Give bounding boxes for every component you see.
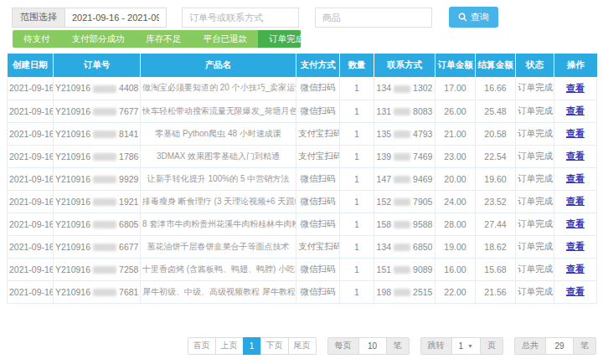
col-create-date: 创建日期 [8,54,54,77]
cell-status: 订单完成 [516,77,554,100]
cell-settlement-amount: 16.66 [476,77,516,100]
next-page-button[interactable]: 下页 [260,337,289,355]
masked-order-digits [93,85,116,93]
cell-quantity: 1 [340,122,374,145]
order-table: 创建日期 订单号 产品名 支付方式 数量 联系方式 订单金额 结算金额 状态 操… [7,54,597,304]
view-link[interactable]: 查看 [566,173,585,183]
last-page-button[interactable]: 尾页 [288,337,317,355]
col-contact: 联系方式 [374,54,436,77]
view-link[interactable]: 查看 [566,218,585,228]
masked-contact-digits [394,153,410,161]
cell-settlement-amount: 19.60 [476,167,516,190]
cell-quantity: 1 [340,258,374,280]
tab-order-complete[interactable]: 订单完成 [258,30,301,48]
cell-order-amount: 16.00 [436,258,476,280]
cell-order-number: Y2109164408 [54,77,141,100]
cell-settlement-amount: 15.68 [476,258,516,280]
cell-payment-method: 微信扫码 [296,77,340,100]
cell-contact: 1318083 [374,100,436,122]
cell-status: 订单完成 [516,122,554,145]
cell-status: 订单完成 [516,190,554,213]
cell-quantity: 1 [340,167,374,190]
cell-settlement-amount: 25.48 [476,100,516,122]
cell-payment-method: 微信扫码 [296,280,340,303]
cell-quantity: 1 [340,145,374,167]
table-row: 2021-09-16 Y2109167681 犀牛初级、中级、高级视频教程 犀牛… [8,280,597,303]
cell-status: 订单完成 [516,167,554,190]
col-quantity: 数量 [340,54,374,77]
cell-create-date: 2021-09-16 [8,190,54,213]
view-link[interactable]: 查看 [566,264,585,274]
per-page-input[interactable]: 10 [358,337,387,355]
per-page-group: 每页 10 笔 [327,337,410,355]
cell-contact: 1519089 [374,258,436,280]
col-settlement-amount: 结算金额 [476,54,516,77]
cell-quantity: 1 [340,213,374,235]
cell-order-number: Y2109169929 [54,167,141,190]
cell-order-number: Y2109161786 [54,145,141,167]
per-page-label: 每页 [327,337,359,355]
view-link[interactable]: 查看 [566,83,585,93]
jump-page-select[interactable]: 1▼ [451,337,482,355]
view-link[interactable]: 查看 [566,105,585,115]
table-row: 2021-09-16 Y2109169929 让新手转化提升 100%的 5 中… [8,167,597,190]
cell-product-name: 十里香卤烤 (含酱板鸭、鸭翅、鸭脖) 小吃技术配方 [141,258,296,280]
product-input[interactable] [315,8,432,28]
tab-partial-payment-success[interactable]: 支付部分成功 [61,30,136,48]
cell-settlement-amount: 27.44 [476,213,516,235]
cell-product-name: 排毒瘦身 断食理疗 (3 天理论视频+6 天跟练音频) [141,190,296,213]
cell-order-amount: 26.00 [436,100,476,122]
cell-status: 订单完成 [516,280,554,303]
cell-payment-method: 支付宝扫码 [296,235,340,258]
view-link[interactable]: 查看 [566,128,585,138]
cell-order-amount: 23.00 [436,145,476,167]
total-count: 29 [545,337,574,355]
chevron-down-icon: ▼ [467,343,473,349]
cell-product-name: 8 套津市牛肉粉贵州花溪牛肉粉桂林牛肉粉小吃配方 [141,213,296,235]
cell-quantity: 1 [340,235,374,258]
cell-settlement-amount: 23.52 [476,190,516,213]
masked-contact-digits [394,176,410,183]
cell-action: 查看 [554,145,597,167]
total-label: 总共 [514,337,546,355]
masked-order-digits [93,131,116,138]
jump-label: 跳转 [420,337,452,355]
view-link[interactable]: 查看 [566,241,585,251]
cell-payment-method: 微信扫码 [296,190,340,213]
cell-status: 订单完成 [516,235,554,258]
cell-create-date: 2021-09-16 [8,213,54,235]
cell-settlement-amount: 18.62 [476,235,516,258]
search-icon [458,13,467,22]
table-row: 2021-09-16 Y2109161921 排毒瘦身 断食理疗 (3 天理论视… [8,190,597,213]
masked-contact-digits [394,198,410,206]
cell-product-name: 快车轻松带动搜索流量无限爆发_荷塘月色论坛 [141,100,296,122]
total-unit: 笔 [573,337,596,355]
table-row: 2021-09-16 Y2109167677 快车轻松带动搜索流量无限爆发_荷塘… [8,100,597,122]
order-or-contact-input[interactable] [182,8,299,28]
cell-action: 查看 [554,235,597,258]
cell-action: 查看 [554,100,597,122]
cell-order-amount: 20.00 [436,167,476,190]
cell-quantity: 1 [340,77,374,100]
cell-payment-method: 支付宝扫码 [296,145,340,167]
cell-order-amount: 24.00 [436,190,476,213]
search-button[interactable]: 查询 [449,7,498,28]
search-button-label: 查询 [471,11,489,23]
view-link[interactable]: 查看 [566,151,585,161]
current-page-button[interactable]: 1 [243,337,261,355]
col-order-amount: 订单金额 [436,54,476,77]
cell-order-number: Y2109167681 [54,280,141,303]
view-link[interactable]: 查看 [566,286,585,296]
masked-contact-digits [394,266,410,274]
prev-page-button[interactable]: 上页 [215,337,244,355]
view-link[interactable]: 查看 [566,196,585,206]
tab-pending-payment[interactable]: 待支付 [13,30,61,48]
cell-create-date: 2021-09-16 [8,122,54,145]
first-page-button[interactable]: 首页 [188,337,216,355]
date-range-input[interactable] [64,8,167,28]
pager-buttons: 首页 上页 1 下页 尾页 [188,337,317,355]
tab-out-of-stock[interactable]: 库存不足 [136,30,193,48]
cell-action: 查看 [554,190,597,213]
tab-platform-refunded[interactable]: 平台已退款 [193,30,259,48]
jump-unit: 页 [480,337,503,355]
